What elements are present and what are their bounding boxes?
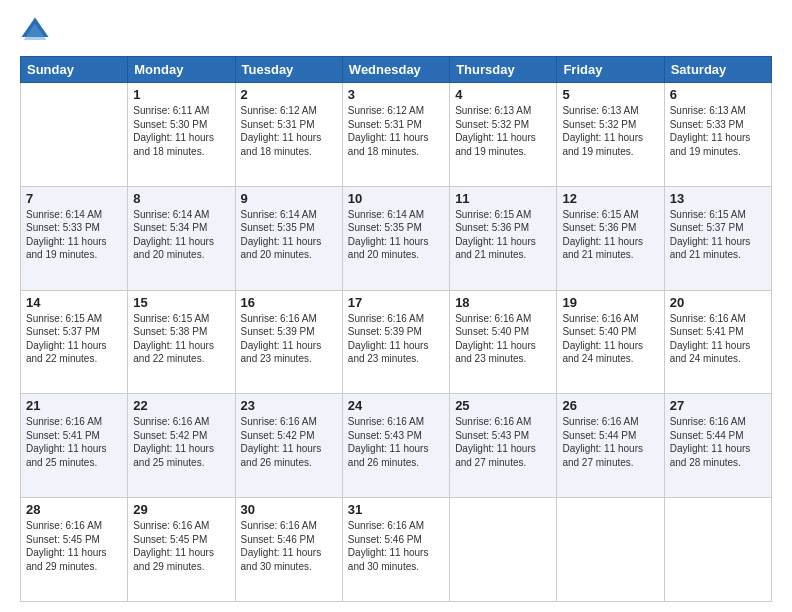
- page: SundayMondayTuesdayWednesdayThursdayFrid…: [0, 0, 792, 612]
- weekday-header-wednesday: Wednesday: [342, 57, 449, 83]
- calendar-table: SundayMondayTuesdayWednesdayThursdayFrid…: [20, 56, 772, 602]
- day-number: 20: [670, 295, 766, 310]
- day-number: 23: [241, 398, 337, 413]
- calendar-cell: 7Sunrise: 6:14 AM Sunset: 5:33 PM Daylig…: [21, 186, 128, 290]
- day-info: Sunrise: 6:14 AM Sunset: 5:35 PM Dayligh…: [241, 208, 337, 262]
- calendar-cell: 10Sunrise: 6:14 AM Sunset: 5:35 PM Dayli…: [342, 186, 449, 290]
- calendar-cell: 2Sunrise: 6:12 AM Sunset: 5:31 PM Daylig…: [235, 83, 342, 187]
- day-number: 12: [562, 191, 658, 206]
- day-info: Sunrise: 6:16 AM Sunset: 5:42 PM Dayligh…: [241, 415, 337, 469]
- day-number: 5: [562, 87, 658, 102]
- day-info: Sunrise: 6:16 AM Sunset: 5:45 PM Dayligh…: [26, 519, 122, 573]
- week-row-5: 28Sunrise: 6:16 AM Sunset: 5:45 PM Dayli…: [21, 498, 772, 602]
- day-number: 16: [241, 295, 337, 310]
- day-info: Sunrise: 6:14 AM Sunset: 5:35 PM Dayligh…: [348, 208, 444, 262]
- day-info: Sunrise: 6:16 AM Sunset: 5:39 PM Dayligh…: [348, 312, 444, 366]
- calendar-cell: 3Sunrise: 6:12 AM Sunset: 5:31 PM Daylig…: [342, 83, 449, 187]
- day-number: 10: [348, 191, 444, 206]
- day-number: 3: [348, 87, 444, 102]
- calendar-cell: 29Sunrise: 6:16 AM Sunset: 5:45 PM Dayli…: [128, 498, 235, 602]
- day-number: 17: [348, 295, 444, 310]
- day-info: Sunrise: 6:16 AM Sunset: 5:40 PM Dayligh…: [562, 312, 658, 366]
- calendar-cell: 24Sunrise: 6:16 AM Sunset: 5:43 PM Dayli…: [342, 394, 449, 498]
- weekday-header-tuesday: Tuesday: [235, 57, 342, 83]
- day-number: 13: [670, 191, 766, 206]
- day-number: 22: [133, 398, 229, 413]
- day-info: Sunrise: 6:15 AM Sunset: 5:36 PM Dayligh…: [562, 208, 658, 262]
- calendar-cell: 6Sunrise: 6:13 AM Sunset: 5:33 PM Daylig…: [664, 83, 771, 187]
- calendar-cell: 17Sunrise: 6:16 AM Sunset: 5:39 PM Dayli…: [342, 290, 449, 394]
- day-number: 1: [133, 87, 229, 102]
- weekday-header-monday: Monday: [128, 57, 235, 83]
- week-row-4: 21Sunrise: 6:16 AM Sunset: 5:41 PM Dayli…: [21, 394, 772, 498]
- day-info: Sunrise: 6:12 AM Sunset: 5:31 PM Dayligh…: [348, 104, 444, 158]
- day-info: Sunrise: 6:16 AM Sunset: 5:39 PM Dayligh…: [241, 312, 337, 366]
- day-info: Sunrise: 6:16 AM Sunset: 5:44 PM Dayligh…: [562, 415, 658, 469]
- day-info: Sunrise: 6:13 AM Sunset: 5:33 PM Dayligh…: [670, 104, 766, 158]
- calendar-cell: 23Sunrise: 6:16 AM Sunset: 5:42 PM Dayli…: [235, 394, 342, 498]
- weekday-header-friday: Friday: [557, 57, 664, 83]
- day-number: 25: [455, 398, 551, 413]
- day-info: Sunrise: 6:16 AM Sunset: 5:43 PM Dayligh…: [348, 415, 444, 469]
- day-info: Sunrise: 6:13 AM Sunset: 5:32 PM Dayligh…: [562, 104, 658, 158]
- weekday-header-thursday: Thursday: [450, 57, 557, 83]
- calendar-cell: 8Sunrise: 6:14 AM Sunset: 5:34 PM Daylig…: [128, 186, 235, 290]
- calendar-cell: 22Sunrise: 6:16 AM Sunset: 5:42 PM Dayli…: [128, 394, 235, 498]
- calendar-cell: 5Sunrise: 6:13 AM Sunset: 5:32 PM Daylig…: [557, 83, 664, 187]
- day-number: 26: [562, 398, 658, 413]
- logo: [20, 16, 54, 46]
- calendar-cell: 21Sunrise: 6:16 AM Sunset: 5:41 PM Dayli…: [21, 394, 128, 498]
- weekday-header-saturday: Saturday: [664, 57, 771, 83]
- calendar-cell: 31Sunrise: 6:16 AM Sunset: 5:46 PM Dayli…: [342, 498, 449, 602]
- day-number: 11: [455, 191, 551, 206]
- calendar-cell: [664, 498, 771, 602]
- calendar-cell: [21, 83, 128, 187]
- day-number: 28: [26, 502, 122, 517]
- calendar-cell: [450, 498, 557, 602]
- calendar-cell: 30Sunrise: 6:16 AM Sunset: 5:46 PM Dayli…: [235, 498, 342, 602]
- day-info: Sunrise: 6:16 AM Sunset: 5:41 PM Dayligh…: [26, 415, 122, 469]
- calendar-cell: 1Sunrise: 6:11 AM Sunset: 5:30 PM Daylig…: [128, 83, 235, 187]
- calendar-cell: [557, 498, 664, 602]
- day-number: 24: [348, 398, 444, 413]
- weekday-header-row: SundayMondayTuesdayWednesdayThursdayFrid…: [21, 57, 772, 83]
- header: [20, 16, 772, 46]
- day-number: 14: [26, 295, 122, 310]
- day-number: 6: [670, 87, 766, 102]
- calendar-cell: 12Sunrise: 6:15 AM Sunset: 5:36 PM Dayli…: [557, 186, 664, 290]
- day-number: 19: [562, 295, 658, 310]
- day-number: 7: [26, 191, 122, 206]
- calendar-cell: 26Sunrise: 6:16 AM Sunset: 5:44 PM Dayli…: [557, 394, 664, 498]
- calendar-cell: 14Sunrise: 6:15 AM Sunset: 5:37 PM Dayli…: [21, 290, 128, 394]
- day-number: 30: [241, 502, 337, 517]
- day-number: 9: [241, 191, 337, 206]
- day-info: Sunrise: 6:15 AM Sunset: 5:37 PM Dayligh…: [670, 208, 766, 262]
- day-info: Sunrise: 6:15 AM Sunset: 5:38 PM Dayligh…: [133, 312, 229, 366]
- day-number: 27: [670, 398, 766, 413]
- day-info: Sunrise: 6:14 AM Sunset: 5:33 PM Dayligh…: [26, 208, 122, 262]
- calendar-cell: 13Sunrise: 6:15 AM Sunset: 5:37 PM Dayli…: [664, 186, 771, 290]
- day-info: Sunrise: 6:12 AM Sunset: 5:31 PM Dayligh…: [241, 104, 337, 158]
- calendar-cell: 18Sunrise: 6:16 AM Sunset: 5:40 PM Dayli…: [450, 290, 557, 394]
- day-info: Sunrise: 6:14 AM Sunset: 5:34 PM Dayligh…: [133, 208, 229, 262]
- day-number: 18: [455, 295, 551, 310]
- day-info: Sunrise: 6:15 AM Sunset: 5:37 PM Dayligh…: [26, 312, 122, 366]
- calendar-cell: 9Sunrise: 6:14 AM Sunset: 5:35 PM Daylig…: [235, 186, 342, 290]
- day-number: 29: [133, 502, 229, 517]
- day-number: 8: [133, 191, 229, 206]
- calendar-cell: 27Sunrise: 6:16 AM Sunset: 5:44 PM Dayli…: [664, 394, 771, 498]
- calendar-cell: 19Sunrise: 6:16 AM Sunset: 5:40 PM Dayli…: [557, 290, 664, 394]
- day-number: 4: [455, 87, 551, 102]
- day-info: Sunrise: 6:16 AM Sunset: 5:40 PM Dayligh…: [455, 312, 551, 366]
- calendar-cell: 25Sunrise: 6:16 AM Sunset: 5:43 PM Dayli…: [450, 394, 557, 498]
- day-info: Sunrise: 6:13 AM Sunset: 5:32 PM Dayligh…: [455, 104, 551, 158]
- day-info: Sunrise: 6:16 AM Sunset: 5:46 PM Dayligh…: [241, 519, 337, 573]
- week-row-3: 14Sunrise: 6:15 AM Sunset: 5:37 PM Dayli…: [21, 290, 772, 394]
- day-info: Sunrise: 6:16 AM Sunset: 5:42 PM Dayligh…: [133, 415, 229, 469]
- day-number: 2: [241, 87, 337, 102]
- week-row-2: 7Sunrise: 6:14 AM Sunset: 5:33 PM Daylig…: [21, 186, 772, 290]
- weekday-header-sunday: Sunday: [21, 57, 128, 83]
- calendar-cell: 4Sunrise: 6:13 AM Sunset: 5:32 PM Daylig…: [450, 83, 557, 187]
- day-number: 15: [133, 295, 229, 310]
- calendar-cell: 15Sunrise: 6:15 AM Sunset: 5:38 PM Dayli…: [128, 290, 235, 394]
